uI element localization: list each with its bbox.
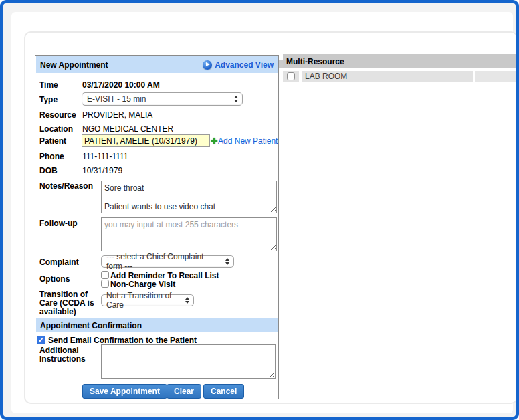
add-plus-icon: ✚ [211, 136, 217, 146]
cancel-button[interactable]: Cancel [203, 384, 244, 399]
phone-value: 111-111-1111 [82, 152, 128, 161]
scheduler-window: New Appointment Advanced View Time 03/17… [0, 0, 519, 420]
location-label: Location [39, 125, 73, 134]
patient-label: Patient [39, 137, 66, 146]
select-stepper-icon [234, 96, 238, 102]
complaint-label: Complaint [39, 258, 79, 267]
patient-input[interactable] [82, 134, 210, 147]
additional-instructions-textarea[interactable] [101, 344, 276, 379]
add-reminder-checkbox[interactable] [101, 271, 109, 279]
resource-name: LAB ROOM [305, 72, 347, 81]
resource-value: PROVIDER, MALIA [82, 111, 152, 120]
add-new-patient-link[interactable]: ✚ Add New Patient [211, 136, 278, 146]
multi-resource-title: Multi-Resource [286, 57, 344, 66]
resource-row-spacer [475, 71, 519, 82]
select-stepper-icon [185, 297, 189, 304]
complaint-select[interactable]: --- select a Chief Complaint form --- [101, 255, 234, 268]
resource-name-cell: LAB ROOM [302, 71, 473, 82]
dob-label: DOB [39, 167, 58, 175]
confirmation-title: Appointment Confirmation [40, 321, 142, 330]
confirmation-header: Appointment Confirmation [36, 318, 278, 332]
transition-select[interactable]: Not a Transition of Care [101, 294, 194, 306]
dob-value: 10/31/1979 [82, 167, 122, 175]
advanced-view-icon [203, 60, 212, 70]
new-appointment-form: New Appointment Advanced View Time 03/17… [35, 55, 279, 399]
followup-textarea[interactable] [101, 217, 277, 251]
phone-label: Phone [39, 152, 64, 161]
non-charge-checkbox[interactable] [101, 280, 109, 288]
time-label: Time [39, 81, 58, 90]
lab-room-checkbox[interactable] [287, 72, 295, 80]
notes-label: Notes/Reason [39, 182, 93, 191]
add-new-patient-label: Add New Patient [218, 136, 278, 146]
advanced-view-link[interactable]: Advanced View [203, 60, 274, 70]
form-header: New Appointment Advanced View [36, 56, 278, 73]
send-email-label: Send Email Confirmation to the Patient [48, 336, 197, 344]
notes-textarea[interactable]: Sore throat Patient wants to use video c… [101, 181, 277, 213]
location-value: NGO MEDICAL CENTER [82, 125, 173, 134]
type-label: Type [39, 96, 58, 104]
non-charge-label: Non-Charge Visit [110, 280, 175, 288]
followup-label: Follow-up [39, 219, 78, 228]
resource-row: LAB ROOM [283, 71, 519, 82]
resource-checkbox-cell [283, 71, 299, 82]
additional-instructions-label: Additional Instructions [39, 346, 98, 364]
resource-label: Resource [39, 111, 76, 120]
inner-panel: New Appointment Advanced View Time 03/17… [24, 31, 518, 404]
multi-resource-header: Multi-Resource [283, 54, 519, 68]
time-value: 03/17/2020 10:00 AM [82, 81, 160, 90]
transition-label: Transition of Care (CCDA is available) [39, 290, 101, 316]
type-select[interactable]: E-VISIT - 15 min [82, 92, 243, 106]
save-appointment-button[interactable]: Save Appointment [82, 384, 167, 399]
advanced-view-label: Advanced View [215, 60, 274, 70]
options-label: Options [39, 275, 70, 284]
complaint-select-value: --- select a Chief Complaint form --- [106, 252, 221, 271]
content-card: New Appointment Advanced View Time 03/17… [11, 12, 513, 413]
clear-button[interactable]: Clear [167, 384, 201, 399]
form-title: New Appointment [40, 60, 108, 70]
add-reminder-label: Add Reminder To Recall List [110, 272, 219, 280]
select-stepper-icon [225, 258, 229, 265]
transition-select-value: Not a Transition of Care [106, 291, 181, 310]
send-email-checkbox[interactable] [37, 336, 45, 344]
type-select-value: E-VISIT - 15 min [87, 94, 146, 104]
